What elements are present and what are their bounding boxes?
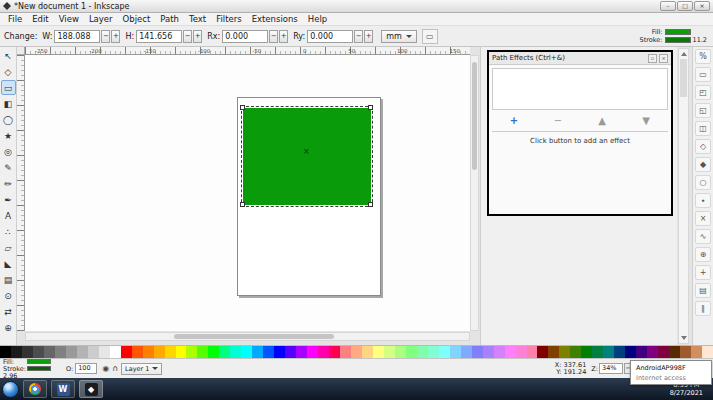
palette-swatch[interactable]: [263, 346, 274, 358]
palette-swatch[interactable]: [450, 346, 461, 358]
palette-swatch[interactable]: [483, 346, 494, 358]
menu-item[interactable]: Filters: [211, 14, 246, 24]
vertical-scrollbar[interactable]: [470, 55, 479, 331]
height-input[interactable]: 141.656: [136, 30, 182, 43]
palette-swatch[interactable]: [55, 346, 66, 358]
pen-tool-icon[interactable]: ✏: [1, 176, 16, 191]
increase-button[interactable]: +: [364, 30, 373, 43]
palette-swatch[interactable]: [208, 346, 219, 358]
snap-midpoints-icon[interactable]: ∙: [695, 193, 711, 208]
snap-nodes-icon[interactable]: ◇: [695, 139, 711, 154]
palette-swatch[interactable]: [197, 346, 208, 358]
snap-page-border-icon[interactable]: ∥: [695, 301, 711, 316]
connector-tool-icon[interactable]: ⇄: [1, 304, 16, 319]
gradient-tool-icon[interactable]: ▤: [1, 272, 16, 287]
horizontal-scrollbar-thumb[interactable]: [174, 334, 334, 339]
spray-tool-icon[interactable]: ∴: [1, 224, 16, 239]
opacity-input[interactable]: 100: [75, 363, 97, 374]
palette-swatch[interactable]: [44, 346, 55, 358]
fill-swatch[interactable]: [665, 29, 691, 35]
horizontal-ruler[interactable]: -250-200-150-100-50050100150: [25, 47, 470, 55]
palette-swatch[interactable]: [351, 346, 362, 358]
palette-swatch[interactable]: [592, 346, 603, 358]
bucket-tool-icon[interactable]: ◣: [1, 256, 16, 271]
text-tool-icon[interactable]: A: [1, 208, 16, 223]
palette-swatch[interactable]: [219, 346, 230, 358]
palette-swatch[interactable]: [516, 346, 527, 358]
palette-swatch[interactable]: [428, 346, 439, 358]
zoom-input[interactable]: 34%: [599, 363, 623, 374]
menu-item[interactable]: View: [54, 14, 84, 24]
dropper-tool-icon[interactable]: ⊙: [1, 288, 16, 303]
palette-swatch[interactable]: [603, 346, 614, 358]
vertical-ruler[interactable]: [17, 55, 25, 331]
snapping-toggle-icon[interactable]: %: [695, 49, 711, 64]
palette-swatch[interactable]: [296, 346, 307, 358]
panel-title-bar[interactable]: Path Effects (Ctrl+&) ▫ ×: [489, 52, 671, 65]
palette-swatch[interactable]: [0, 346, 11, 358]
palette-swatch[interactable]: [384, 346, 395, 358]
scroll-up-icon[interactable]: [681, 52, 687, 56]
palette-swatch[interactable]: [570, 346, 581, 358]
taskbar-word-button[interactable]: W: [51, 380, 75, 398]
palette-swatch[interactable]: [625, 346, 636, 358]
rectangle-tool-icon[interactable]: ▭: [1, 80, 16, 95]
vertical-scrollbar-thumb[interactable]: [472, 62, 477, 170]
ry-input[interactable]: 0.000: [307, 30, 353, 43]
palette-swatch[interactable]: [647, 346, 658, 358]
palette-swatch[interactable]: [537, 346, 548, 358]
canvas-viewport[interactable]: ×: [25, 55, 470, 331]
palette-swatch[interactable]: [373, 346, 384, 358]
palette-swatch[interactable]: [285, 346, 296, 358]
stroke-swatch[interactable]: [665, 37, 691, 43]
snap-paths-icon[interactable]: ∿: [695, 229, 711, 244]
palette-swatch[interactable]: [318, 346, 329, 358]
palette-swatch[interactable]: [362, 346, 373, 358]
palette-swatch[interactable]: [439, 346, 450, 358]
palette-swatch[interactable]: [121, 346, 132, 358]
dock-scrollbar[interactable]: [678, 48, 689, 344]
palette-swatch[interactable]: [307, 346, 318, 358]
snap-bbox-edges-icon[interactable]: ◰: [695, 85, 711, 100]
node-tool-icon[interactable]: ◇: [1, 64, 16, 79]
palette-swatch[interactable]: [77, 346, 88, 358]
network-tray-popup[interactable]: AndroidAP998F Internet access: [630, 360, 712, 385]
snap-bbox-corners-icon[interactable]: ◱: [695, 103, 711, 118]
start-button[interactable]: [2, 381, 19, 398]
pencil-tool-icon[interactable]: ✎: [1, 160, 16, 175]
add-effect-button[interactable]: +: [502, 113, 526, 129]
palette-swatch[interactable]: [274, 346, 285, 358]
palette-swatch[interactable]: [669, 346, 680, 358]
snap-rotation-centers-icon[interactable]: +: [695, 265, 711, 280]
palette-swatch[interactable]: [252, 346, 263, 358]
dock-scrollbar-thumb[interactable]: [680, 59, 687, 97]
minimize-button[interactable]: –: [660, 1, 676, 11]
palette-swatch[interactable]: [472, 346, 483, 358]
palette-swatch[interactable]: [241, 346, 252, 358]
taskbar-inkscape-button[interactable]: ◆: [79, 380, 103, 398]
palette-swatch[interactable]: [505, 346, 516, 358]
scroll-down-icon[interactable]: [681, 336, 687, 340]
menu-item[interactable]: Extensions: [247, 14, 303, 24]
zoom-tool-icon[interactable]: ⊕: [1, 320, 16, 335]
move-effect-down-button[interactable]: ▼: [634, 113, 658, 129]
palette-swatch[interactable]: [33, 346, 44, 358]
calligraphy-tool-icon[interactable]: ✒: [1, 192, 16, 207]
palette-swatch[interactable]: [614, 346, 625, 358]
menu-item[interactable]: Layer: [84, 14, 118, 24]
increase-button[interactable]: +: [193, 30, 202, 43]
palette-swatch[interactable]: [186, 346, 197, 358]
unit-selector[interactable]: mm: [381, 30, 417, 43]
status-stroke-swatch[interactable]: [27, 366, 51, 371]
remove-effect-button[interactable]: −: [546, 113, 570, 129]
palette-swatch[interactable]: [581, 346, 592, 358]
sharp-corners-button[interactable]: ▭: [422, 29, 438, 44]
selector-tool-icon[interactable]: ↖: [1, 48, 16, 63]
effect-list[interactable]: [492, 68, 668, 110]
palette-swatch[interactable]: [461, 346, 472, 358]
selection-handle-bottom-left[interactable]: [240, 202, 245, 207]
palette-swatch[interactable]: [691, 346, 702, 358]
menu-item[interactable]: Edit: [27, 14, 53, 24]
palette-swatch[interactable]: [22, 346, 33, 358]
layer-visibility-eye-icon[interactable]: ◉: [102, 364, 109, 374]
